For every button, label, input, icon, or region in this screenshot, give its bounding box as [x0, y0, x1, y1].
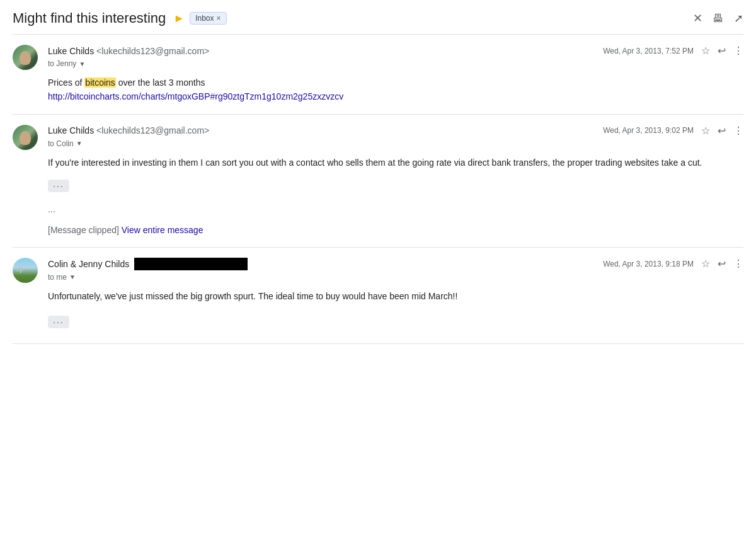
reply-icon[interactable]: ↩: [718, 258, 726, 270]
thread-date-actions: Wed, Apr 3, 2013, 9:18 PM ☆ ↩ ⋮: [603, 258, 743, 270]
star-icon[interactable]: ☆: [701, 258, 710, 270]
bitcoin-link[interactable]: http://bitcoincharts.com/charts/mtgoxGBP…: [48, 91, 343, 101]
star-icon[interactable]: ☆: [701, 45, 710, 57]
email-thread-1: Luke Childs <lukechilds123@gmail.com> We…: [13, 35, 743, 115]
thread-meta: Luke Childs <lukechilds123@gmail.com> We…: [48, 125, 743, 137]
view-entire-message-link[interactable]: View entire message: [122, 225, 203, 235]
clipped-label: [Message clipped]: [48, 225, 119, 235]
sender-email: <lukechilds123@gmail.com>: [96, 46, 209, 56]
to-text: to Colin: [48, 139, 74, 148]
redacted-email: [134, 258, 248, 270]
inbox-badge-close[interactable]: ×: [217, 14, 221, 23]
expand-ellipsis-button[interactable]: ···: [48, 180, 69, 192]
expand-ellipsis-button[interactable]: ···: [48, 316, 69, 328]
thread-date-actions: Wed, Apr 3, 2013, 9:02 PM ☆ ↩ ⋮: [603, 125, 743, 137]
to-text: to me: [48, 273, 67, 282]
body-text: Unfortunately, we've just missed the big…: [48, 289, 743, 303]
email-date: Wed, Apr 3, 2013, 9:18 PM: [603, 260, 694, 268]
avatar: [13, 125, 38, 150]
sender-name: Luke Childs: [48, 125, 96, 135]
thread-content: Colin & Jenny Childs Wed, Apr 3, 2013, 9…: [48, 258, 743, 333]
thread-content: Luke Childs <lukechilds123@gmail.com> We…: [48, 45, 743, 104]
open-external-icon[interactable]: ➚: [734, 11, 743, 25]
reply-icon[interactable]: ↩: [718, 45, 726, 57]
forward-icon: ►: [173, 12, 185, 25]
inbox-badge[interactable]: Inbox ×: [190, 12, 226, 25]
to-line: to me ▼: [48, 273, 743, 282]
sender-email: <lukechilds123@gmail.com>: [96, 125, 209, 135]
star-icon[interactable]: ☆: [701, 125, 710, 137]
more-options-icon[interactable]: ⋮: [733, 258, 743, 270]
email-date: Wed, Apr 3, 2013, 7:52 PM: [603, 47, 694, 55]
sender-name: Luke Childs: [48, 46, 96, 56]
thread-body: Prices of bitcoins over the last 3 month…: [48, 76, 743, 104]
dropdown-arrow-icon[interactable]: ▼: [76, 140, 83, 147]
more-options-icon[interactable]: ⋮: [733, 45, 743, 57]
email-header: Might find this interesting ► Inbox × ✕ …: [13, 0, 743, 35]
thread-meta: Colin & Jenny Childs Wed, Apr 3, 2013, 9…: [48, 258, 743, 270]
to-line: to Jenny ▼: [48, 59, 743, 68]
thread-date-actions: Wed, Apr 3, 2013, 7:52 PM ☆ ↩ ⋮: [603, 45, 743, 57]
inbox-label: Inbox: [195, 14, 214, 23]
to-line: to Colin ▼: [48, 139, 743, 148]
email-thread-2: Luke Childs <lukechilds123@gmail.com> We…: [13, 115, 743, 248]
print-icon[interactable]: 🖶: [713, 12, 724, 25]
body-text-before: Prices of: [48, 78, 84, 88]
sender-name: Colin & Jenny Childs: [48, 259, 129, 269]
thread-body: Unfortunately, we've just missed the big…: [48, 289, 743, 333]
dots-text: ...: [48, 202, 743, 216]
thread-body: If you're interested in investing in the…: [48, 156, 743, 237]
highlighted-word: bitcoins: [84, 78, 115, 88]
more-options-icon[interactable]: ⋮: [733, 125, 743, 137]
email-subject: Might find this interesting: [13, 10, 166, 26]
avatar: [13, 45, 38, 70]
to-text: to Jenny: [48, 59, 76, 68]
email-thread-3: Colin & Jenny Childs Wed, Apr 3, 2013, 9…: [13, 248, 743, 344]
dropdown-arrow-icon[interactable]: ▼: [69, 273, 76, 280]
thread-meta: Luke Childs <lukechilds123@gmail.com> We…: [48, 45, 743, 57]
close-icon[interactable]: ✕: [693, 11, 702, 25]
reply-icon[interactable]: ↩: [718, 125, 726, 137]
view-entire-label: View entire message: [122, 225, 203, 235]
dropdown-arrow-icon[interactable]: ▼: [79, 60, 85, 67]
avatar: [13, 258, 38, 283]
body-text-after: over the last 3 months: [116, 78, 205, 88]
thread-content: Luke Childs <lukechilds123@gmail.com> We…: [48, 125, 743, 237]
header-actions: ✕ 🖶 ➚: [693, 11, 743, 25]
email-date: Wed, Apr 3, 2013, 9:02 PM: [603, 126, 694, 135]
body-text: If you're interested in investing in the…: [48, 156, 743, 169]
